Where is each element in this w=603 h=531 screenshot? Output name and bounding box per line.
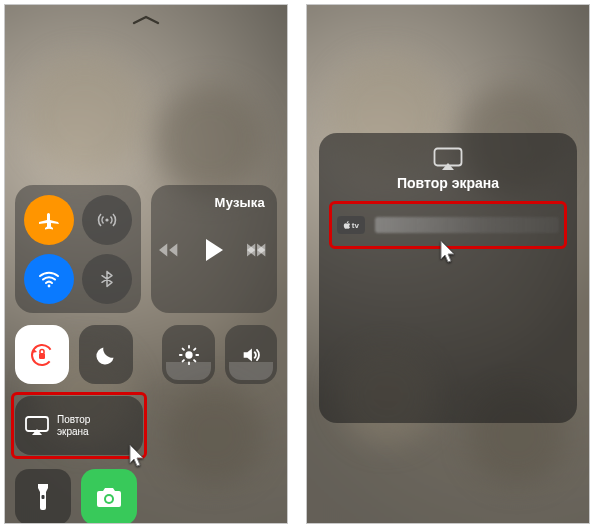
connectivity-module[interactable]: [15, 185, 141, 313]
svg-line-9: [182, 348, 183, 349]
orientation-lock-toggle[interactable]: [15, 325, 69, 384]
do-not-disturb-toggle[interactable]: [79, 325, 133, 384]
svg-rect-3: [39, 353, 45, 359]
music-controls: [163, 238, 265, 262]
svg-point-0: [105, 218, 108, 221]
volume-slider[interactable]: [225, 325, 277, 384]
music-module[interactable]: Музыка: [151, 185, 277, 313]
annotation-cursor-icon: [127, 443, 149, 469]
screenshot-pair: Музыка: [4, 4, 603, 531]
screen-mirroring-button[interactable]: Повтор экрана: [15, 396, 143, 455]
flashlight-button[interactable]: [15, 469, 71, 524]
play-icon[interactable]: [203, 238, 225, 262]
phone-left-control-center: Музыка: [4, 4, 288, 524]
collapse-chevron-icon[interactable]: [132, 15, 160, 25]
phone-right-mirroring-panel: Повтор экрана tv: [306, 4, 590, 524]
apple-tv-badge-icon: tv: [337, 216, 365, 234]
apple-tv-badge-text: tv: [352, 221, 360, 230]
panel-title: Повтор экрана: [397, 175, 499, 191]
music-label: Музыка: [163, 195, 265, 210]
svg-point-16: [106, 496, 112, 502]
airplane-mode-toggle[interactable]: [24, 195, 74, 245]
svg-point-4: [185, 351, 192, 358]
airplay-icon: [25, 416, 49, 436]
svg-line-11: [182, 360, 183, 361]
previous-track-icon[interactable]: [159, 242, 181, 258]
screen-mirroring-label: Повтор экрана: [57, 414, 90, 438]
airplay-device-row[interactable]: tv: [329, 205, 567, 245]
screen-mirroring-panel: Повтор экрана tv: [319, 133, 577, 423]
svg-point-1: [48, 284, 51, 287]
svg-rect-14: [42, 495, 45, 499]
wallpaper-blob: [25, 55, 145, 175]
svg-line-10: [194, 360, 195, 361]
next-track-icon[interactable]: [247, 242, 269, 258]
svg-rect-17: [435, 149, 462, 166]
camera-button[interactable]: [81, 469, 137, 524]
annotation-cursor-icon: [438, 239, 460, 265]
bluetooth-toggle[interactable]: [82, 254, 132, 304]
device-name-redacted: [375, 217, 559, 233]
brightness-slider[interactable]: [162, 325, 214, 384]
wallpaper-blob: [155, 85, 265, 195]
svg-line-12: [194, 348, 195, 349]
control-center: Музыка: [15, 185, 277, 524]
svg-rect-13: [26, 417, 48, 431]
cellular-data-toggle[interactable]: [82, 195, 132, 245]
wifi-toggle[interactable]: [24, 254, 74, 304]
airplay-icon: [433, 147, 463, 171]
